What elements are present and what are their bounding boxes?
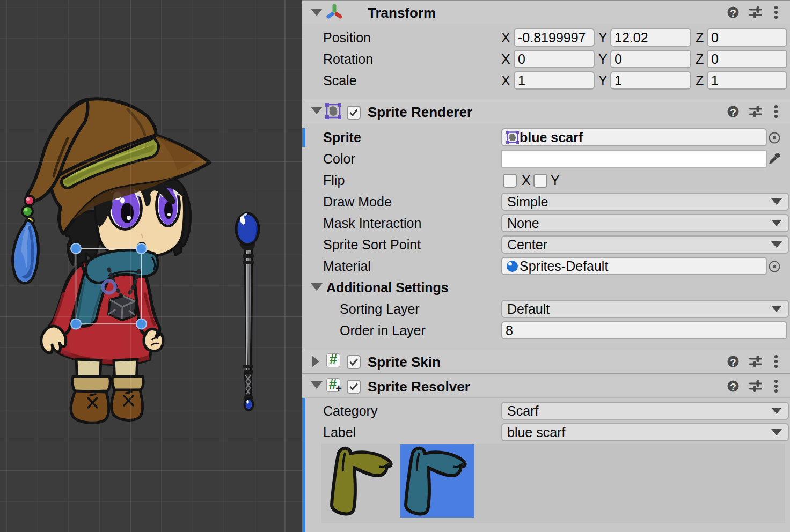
svg-text:?: ? <box>730 381 736 393</box>
svg-text:?: ? <box>730 8 736 19</box>
svg-text:?: ? <box>730 357 736 368</box>
svg-text:?: ? <box>730 107 736 118</box>
